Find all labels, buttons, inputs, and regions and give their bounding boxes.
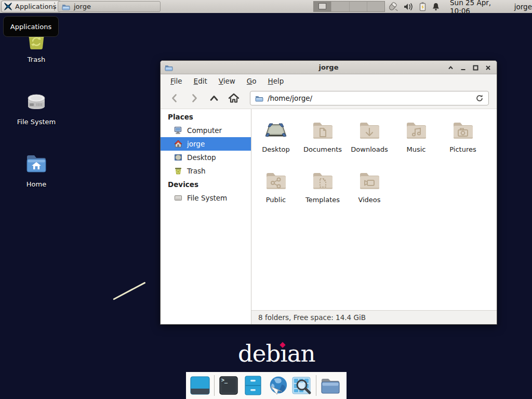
sidebar-item-label: Computer (187, 126, 222, 135)
statusbar-text: 8 folders, Free space: 14.4 GiB (258, 313, 366, 322)
bottom-dock: >_ (186, 372, 347, 399)
desktop-icon-label: Trash (11, 56, 61, 63)
workspace-pager[interactable] (313, 1, 385, 12)
window-title: jorge (161, 63, 497, 71)
statusbar: 8 folders, Free space: 14.4 GiB (251, 310, 497, 324)
pager-window-thumb (318, 3, 326, 9)
folder-downloads[interactable]: Downloads (346, 117, 393, 168)
folder-templates[interactable]: Templates (299, 168, 346, 218)
workspace-4[interactable] (367, 2, 384, 11)
desktop-icon-home[interactable]: Home (11, 151, 61, 188)
web-browser-launcher[interactable] (267, 375, 288, 396)
sidebar-item-computer[interactable]: Computer (161, 124, 251, 137)
menu-go[interactable]: Go (241, 75, 262, 87)
reload-icon[interactable] (475, 94, 484, 102)
show-desktop-button[interactable] (190, 375, 210, 396)
directory-menu-launcher[interactable] (320, 375, 341, 396)
menu-help[interactable]: Help (262, 75, 290, 87)
path-folder-icon (255, 94, 263, 102)
file-manager-window: jorge File Edit View Go Help (160, 60, 497, 325)
folder-music[interactable]: Music (393, 117, 440, 168)
harddrive-icon (24, 88, 49, 113)
sidebar: Places Computer (161, 109, 251, 324)
app-finder-launcher[interactable] (291, 375, 312, 396)
applications-menu-button[interactable]: Applications (1, 1, 61, 12)
folder-pictures[interactable]: Pictures (440, 117, 486, 168)
sidebar-item-file-system[interactable]: File System (161, 191, 251, 205)
window-titlebar[interactable]: jorge (161, 61, 497, 74)
notification-bell-icon[interactable] (432, 2, 440, 11)
folder-documents[interactable]: Documents (299, 117, 346, 168)
folder-desktop[interactable]: Desktop (252, 117, 299, 168)
folder-label: Desktop (262, 145, 290, 153)
workspace-1[interactable] (314, 2, 331, 11)
mouse-device-icon[interactable] (388, 2, 398, 11)
folder-icon (62, 3, 70, 11)
home-button[interactable] (227, 91, 241, 105)
tooltip-text: Applications (10, 23, 51, 31)
folder-label: Documents (303, 145, 342, 153)
sidebar-places-header: Places (161, 110, 251, 124)
folder-videos[interactable]: Videos (346, 168, 393, 218)
menu-edit[interactable]: Edit (188, 75, 213, 87)
volume-icon[interactable] (404, 3, 414, 11)
menu-view[interactable]: View (213, 75, 241, 87)
sidebar-item-jorge[interactable]: jorge (161, 137, 251, 151)
sidebar-item-desktop[interactable]: Desktop (161, 151, 251, 164)
forward-button[interactable] (188, 91, 201, 105)
folder-label: Public (266, 196, 286, 204)
workspace-3[interactable] (350, 2, 367, 11)
applications-label: Applications (15, 3, 56, 10)
maximize-button[interactable] (472, 64, 479, 71)
taskbar-window-label: jorge (74, 3, 91, 10)
applications-tooltip: Applications (3, 16, 59, 37)
downloads-folder-icon (357, 117, 382, 142)
panel-username[interactable]: jorge (514, 3, 532, 11)
desktop-icon-label: Home (11, 180, 61, 188)
sidebar-item-label: jorge (187, 140, 205, 148)
menu-file[interactable]: File (165, 75, 188, 87)
file-manager-launcher[interactable] (243, 375, 263, 396)
up-button[interactable] (207, 91, 221, 105)
workspace-2[interactable] (331, 2, 349, 11)
desktop-special-icon (263, 117, 288, 142)
terminal-prompt-glyph: >_ (221, 377, 228, 383)
taskbar-window-button[interactable]: jorge (58, 1, 161, 12)
close-button[interactable] (484, 64, 491, 71)
trash-icon (174, 167, 182, 175)
folder-label: Videos (358, 196, 380, 204)
icon-grid: Desktop Documents (251, 109, 497, 310)
videos-folder-icon (357, 168, 382, 193)
sidebar-item-label: File System (187, 194, 227, 202)
music-folder-icon (404, 117, 429, 142)
sidebar-item-label: Desktop (187, 153, 216, 162)
toolbar: /home/jorge/ (161, 88, 497, 109)
folder-label: Downloads (351, 145, 388, 153)
home-folder-icon (24, 151, 49, 176)
battery-charging-icon[interactable] (419, 2, 426, 11)
folder-label: Pictures (449, 145, 476, 153)
documents-folder-icon (310, 117, 335, 142)
folder-public[interactable]: Public (252, 168, 299, 218)
drive-icon (174, 194, 182, 202)
dock-separator (214, 375, 215, 396)
location-bar[interactable]: /home/jorge/ (250, 91, 489, 105)
sidebar-item-trash[interactable]: Trash (161, 164, 251, 178)
back-button[interactable] (168, 91, 181, 105)
menubar: File Edit View Go Help (161, 74, 497, 88)
pictures-folder-icon (450, 117, 475, 142)
minimize-button[interactable] (459, 64, 467, 71)
cursor-artifact (113, 282, 145, 300)
terminal-launcher[interactable]: >_ (218, 375, 239, 396)
path-text[interactable]: /home/jorge/ (268, 94, 312, 102)
desktop-icon-filesystem[interactable]: File System (11, 88, 61, 126)
system-tray: Sun 25 Apr, 10:06 jorge (388, 0, 532, 13)
public-folder-icon (263, 168, 288, 193)
top-panel: Applications jorge (0, 0, 532, 13)
folder-label: Templates (305, 196, 340, 204)
desktop-icon (174, 153, 182, 162)
shade-button[interactable] (447, 64, 454, 71)
panel-clock[interactable]: Sun 25 Apr, 10:06 (450, 0, 506, 15)
folder-label: Music (407, 145, 426, 153)
debian-wordmark: debıan (238, 342, 315, 365)
